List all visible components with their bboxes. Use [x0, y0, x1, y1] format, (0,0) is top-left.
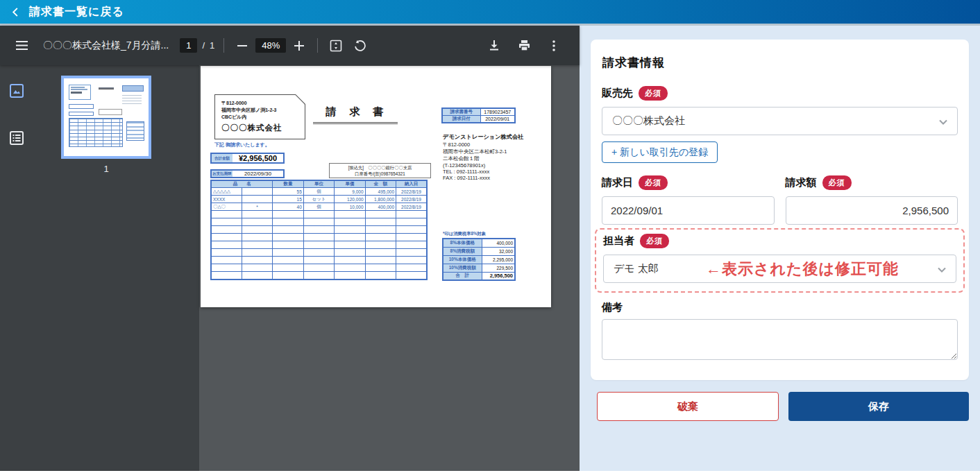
staff-label: 担当者 [603, 234, 634, 248]
col-amount: 金 額 [365, 180, 396, 188]
tax-summary-table: 8%本体価格400,000 8%消費税額32,000 10%本体価格2,295,… [442, 238, 516, 281]
toolbar-divider [317, 38, 318, 53]
page-total: 1 [210, 40, 214, 51]
print-icon[interactable] [515, 37, 533, 55]
date-label: 請求日 [602, 176, 633, 189]
item-row: XXXX 15セット 120,0001,800,000 2022/8/19 [211, 196, 427, 203]
item-row-empty [211, 257, 427, 264]
col-unit-price: 単価 [335, 180, 365, 188]
payment-due-value: 2022/09/30 [233, 171, 283, 177]
item-row: △△△△△ 55個 9,000495,000 2022/8/19 [211, 188, 427, 196]
toolbar-divider [223, 38, 224, 53]
discard-button[interactable]: 破棄 [597, 392, 779, 421]
payment-due-box: お支払期限 2022/09/30 [210, 169, 285, 178]
chevron-down-icon [938, 117, 949, 128]
more-options-icon[interactable] [545, 37, 563, 55]
thumbnail-preview [61, 76, 151, 159]
invoice-total-box: 合計金額 ¥2,956,500 [210, 153, 285, 164]
recipient-building: CBCビル内 [221, 114, 305, 121]
invoice-no-label: 請求書番号 [442, 108, 480, 116]
chevron-down-icon [936, 264, 947, 275]
staff-annotation-text: ←表示された後は修正可能 [706, 259, 899, 280]
required-badge: 必須 [639, 175, 668, 190]
thumbnail-page-number: 1 [61, 164, 151, 174]
recipient-zip: 〒812-0000 [221, 100, 305, 107]
staff-annotation-box: 担当者 必須 デモ 太郎 ←表示された後は修正可能 [595, 228, 965, 293]
invoice-amount-input[interactable] [786, 196, 958, 225]
zoom-in-icon[interactable] [290, 37, 308, 55]
thumbnail-sidebar: 1 [0, 65, 199, 471]
client-label: 販売先 [602, 87, 633, 100]
back-icon[interactable] [9, 6, 22, 18]
issuer-tel: TEL : 092-1111-xxxx [443, 169, 523, 175]
invoice-greeting: 下記 御請求いたします。 [214, 141, 270, 148]
item-row-empty [211, 241, 427, 249]
outline-view-icon[interactable] [8, 129, 26, 147]
invoice-items-table: 品 名 数量 単位 単価 金 額 納入日 △△△△△ 55個 9,000495,… [210, 180, 428, 280]
item-row-empty [211, 234, 427, 241]
col-item-name: 品 名 [211, 180, 273, 188]
issuer-registration: (T-12345678901x) [443, 162, 523, 169]
payment-due-label: お支払期限 [212, 171, 233, 177]
thumbnails-view-icon[interactable] [8, 82, 26, 100]
col-delivery-date: 納入日 [396, 180, 427, 188]
item-row-empty [211, 249, 427, 257]
recipient-address: 福岡市中央区那ノ渕1-2-3 [221, 107, 305, 114]
issuer-company: デモンストレーション株式会社 [443, 133, 523, 141]
amount-label: 請求額 [786, 176, 817, 189]
item-row-empty [211, 264, 427, 272]
invoice-meta-table: 請求書番号 1789023457 請求日付 2022/09/01 [441, 108, 516, 123]
required-badge: 必須 [822, 175, 852, 190]
invoice-total-label: 合計金額 [212, 154, 233, 162]
issuer-address: 福岡市中央区二本松町3-2-1 [443, 148, 523, 155]
recipient-company: 〇〇〇株式会社 [221, 123, 305, 133]
notes-textarea[interactable] [602, 319, 958, 360]
item-row-empty [211, 272, 427, 280]
bank-info-box: [振込先] 〇〇〇〇銀行〇〇支店 口座番号/(普)0987654321 [329, 163, 431, 178]
document-title: 〇〇〇株式会社様_7月分請... [43, 40, 169, 52]
notes-label: 備考 [602, 301, 623, 314]
staff-select[interactable]: デモ 太郎 ←表示された後は修正可能 [603, 255, 956, 283]
item-row: 〇△〇* 40個 10,000400,000 2022/8/19 [211, 203, 427, 211]
client-select-value: 〇〇〇株式会社 [612, 114, 685, 128]
issuer-fax: FAX : 092-1111-xxxx [443, 175, 523, 181]
col-qty: 数量 [273, 180, 303, 188]
panel-title: 請求書情報 [602, 55, 958, 71]
app-header: 請求書一覧に戻る [0, 0, 980, 26]
invoice-total-value: ¥2,956,500 [233, 154, 283, 162]
required-badge: 必須 [640, 234, 669, 248]
document-viewer[interactable]: 〒812-0000 福岡市中央区那ノ渕1-2-3 CBCビル内 〇〇〇株式会社 … [199, 65, 580, 471]
item-row-empty [211, 218, 427, 226]
issuer-block: デモンストレーション株式会社 〒812-0000 福岡市中央区二本松町3-2-1… [443, 133, 523, 181]
invoice-date-input[interactable] [602, 196, 775, 225]
bank-line1: [振込先] 〇〇〇〇銀行〇〇支店 [330, 165, 430, 171]
zoom-level[interactable]: 48% [255, 38, 286, 53]
bank-line2: 口座番号/(普)0987654321 [330, 171, 430, 178]
page-number-input[interactable]: 1 [180, 38, 197, 53]
invoice-page: 〒812-0000 福岡市中央区那ノ渕1-2-3 CBCビル内 〇〇〇株式会社 … [201, 66, 551, 307]
save-button[interactable]: 保存 [788, 392, 969, 421]
download-icon[interactable] [485, 37, 503, 55]
fit-page-icon[interactable] [327, 37, 345, 55]
back-to-list-link[interactable]: 請求書一覧に戻る [29, 5, 124, 19]
menu-icon[interactable] [12, 37, 31, 55]
invoice-date-label: 請求日付 [442, 116, 480, 123]
item-row-empty [211, 226, 427, 234]
item-row-empty [211, 211, 427, 218]
invoice-info-panel: 請求書情報 販売先 必須 〇〇〇株式会社 + 新しい取引先の登録 請求日 必須 … [580, 26, 980, 471]
add-client-button[interactable]: + 新しい取引先の登録 [602, 141, 718, 163]
staff-select-value: デモ 太郎 [614, 262, 659, 275]
issuer-building: 二本松会館１階 [443, 155, 523, 162]
invoice-info-card: 請求書情報 販売先 必須 〇〇〇株式会社 + 新しい取引先の登録 請求日 必須 … [591, 40, 969, 380]
page-separator: / [202, 40, 205, 51]
recipient-box: 〒812-0000 福岡市中央区那ノ渕1-2-3 CBCビル内 〇〇〇株式会社 [214, 94, 305, 139]
page-thumbnail[interactable]: 1 [61, 76, 151, 174]
col-unit: 単位 [303, 180, 334, 188]
rotate-icon[interactable] [350, 37, 369, 55]
client-select[interactable]: 〇〇〇株式会社 [602, 107, 958, 135]
invoice-title: 請 求 書 [313, 105, 398, 124]
pdf-toolbar: 〇〇〇株式会社様_7月分請... 1 / 1 48% [0, 26, 580, 65]
required-badge: 必須 [639, 86, 668, 101]
invoice-date-value: 2022/09/01 [480, 116, 515, 123]
zoom-out-icon[interactable] [233, 37, 251, 55]
